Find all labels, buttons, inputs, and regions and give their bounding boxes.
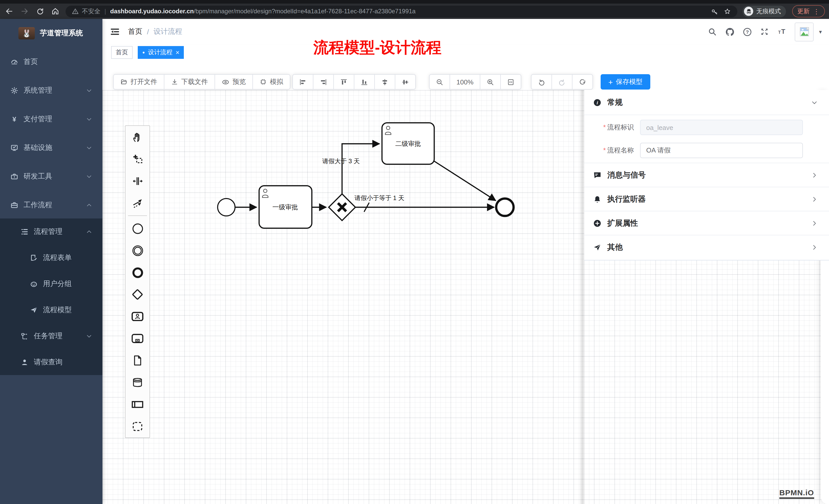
history-button-group [531,74,593,89]
app-logo-row[interactable]: 🐰 芋道管理系统 [0,19,102,48]
sidebar-item-devtools[interactable]: 研发工具 [0,162,102,191]
browser-home-icon[interactable] [49,5,62,17]
sequence-flow-gt3[interactable] [342,144,380,194]
button-label: 下载文件 [181,77,208,86]
sidebar-item-home[interactable]: 首页 [0,48,102,76]
create-data-store[interactable] [125,372,149,393]
sidebar-item-user-group[interactable]: 用户分组 [0,271,102,297]
create-user-task[interactable] [125,306,149,327]
security-label: 不安全 [82,7,100,15]
user-task-level2[interactable]: 二级审批 [382,123,434,164]
button-label: 保存模型 [616,77,643,86]
download-file-button[interactable]: 下载文件 [164,74,215,89]
end-event[interactable] [496,198,513,216]
sidebar-item-task-management[interactable]: 任务管理 [0,323,102,349]
sidebar-item-label: 任务管理 [34,331,63,341]
designer-workspace: 打开文件 下载文件 预览 模拟 [102,61,829,504]
browser-update-button[interactable]: 更新 ⋮ [792,5,825,17]
browser-chrome: 不安全 | dashboard.yudao.iocoder.cn/bpm/man… [0,0,829,19]
sequence-flow[interactable] [434,161,496,201]
undo-button[interactable] [531,74,552,89]
sidebar-toggle-icon[interactable] [110,27,120,37]
sidebar-item-system[interactable]: 系统管理 [0,76,102,105]
process-key-input[interactable] [640,120,803,135]
github-icon[interactable] [725,27,734,36]
section-other[interactable]: 其他 [584,235,829,260]
help-icon[interactable]: ? [743,27,752,36]
sidebar-item-process-form[interactable]: 流程表单 [0,244,102,271]
sidebar-item-workflow[interactable]: 工作流程 [0,191,102,220]
section-general[interactable]: i 常规 [584,90,829,115]
create-subprocess[interactable] [125,327,149,349]
button-label: 预览 [232,77,246,86]
chevron-right-icon [811,196,818,203]
create-data-object[interactable] [125,349,149,372]
process-name-input[interactable] [640,143,803,158]
key-icon[interactable] [711,7,718,15]
simulate-button[interactable]: 模拟 [252,74,290,89]
browser-reload-icon[interactable] [34,5,46,17]
zoom-out-button[interactable] [429,74,450,89]
create-gateway[interactable] [125,283,149,306]
lasso-tool[interactable] [125,148,149,170]
tab-home[interactable]: 首页 [111,46,133,59]
section-extended-attributes[interactable]: 扩展属性 [584,211,829,235]
person-icon [21,358,29,366]
zoom-reset-button[interactable] [500,74,521,89]
create-end-event[interactable] [125,262,149,283]
start-event[interactable] [218,198,235,216]
bookmark-star-icon[interactable] [723,7,731,15]
tab-design-process[interactable]: ● 设计流程 × [138,46,184,59]
sidebar-item-label: 首页 [24,57,38,67]
bpmn-io-logo[interactable]: BPMN.iO [779,488,814,499]
sidebar-item-process-management[interactable]: 流程管理 [0,219,102,244]
sidebar-item-leave-query[interactable]: 请假查询 [0,349,102,375]
font-size-icon[interactable]: TT [778,27,787,36]
hand-tool[interactable] [125,126,149,148]
avatar[interactable] [795,22,814,41]
fullscreen-icon[interactable] [760,27,769,36]
field-label: *流程标识 [584,123,640,132]
redo-button[interactable] [551,74,573,89]
preview-button[interactable]: 预览 [215,74,253,89]
flow-label-gt3: 请假大于 3 天 [322,158,360,164]
breadcrumb-home[interactable]: 首页 [128,27,142,36]
file-button-group: 打开文件 下载文件 预览 模拟 [113,74,290,89]
sidebar-item-infra[interactable]: 基础设施 [0,133,102,162]
align-right-button[interactable] [313,74,334,89]
align-center-horizontal-button[interactable] [374,74,395,89]
global-connect-tool[interactable] [125,192,149,214]
create-start-event[interactable] [125,218,149,239]
url-bar[interactable]: 不安全 | dashboard.yudao.iocoder.cn/bpm/man… [66,5,737,17]
exclusive-gateway[interactable] [329,194,355,221]
open-file-button[interactable]: 打开文件 [113,74,165,89]
incognito-label: 无痕模式 [756,7,781,15]
chevron-down-icon [86,173,92,180]
section-execution-listener[interactable]: 执行监听器 [584,187,829,211]
search-icon[interactable] [708,27,717,36]
folder-icon [120,78,128,85]
create-group[interactable] [125,416,149,437]
avatar-caret-icon[interactable]: ▾ [819,28,822,35]
sidebar-item-label: 流程表单 [43,253,72,262]
zoom-in-button[interactable] [480,74,501,89]
create-participant-pool[interactable] [125,393,149,416]
section-message-signal[interactable]: 消息与信号 [584,163,829,187]
sidebar: 🐰 芋道管理系统 首页 系统管理 ¥ 支付管理 基础设施 研发工具 [0,19,102,504]
create-intermediate-event[interactable] [125,239,149,262]
browser-back-icon[interactable] [3,5,15,17]
align-bottom-button[interactable] [354,74,375,89]
save-model-button[interactable]: + 保存模型 [601,74,650,89]
user-task-level1[interactable]: 一级审批 [259,186,312,228]
space-tool[interactable] [125,170,149,192]
sidebar-item-payment[interactable]: ¥ 支付管理 [0,105,102,133]
browser-menu-icon[interactable]: ⋮ [813,7,820,15]
chevron-down-icon [811,99,818,106]
align-top-button[interactable] [333,74,354,89]
close-icon[interactable]: × [176,49,179,56]
browser-forward-icon[interactable] [19,5,31,17]
align-left-button[interactable] [292,74,313,89]
align-center-vertical-button[interactable] [395,74,416,89]
restart-button[interactable] [572,74,593,89]
sidebar-item-process-model[interactable]: 流程模型 [0,297,102,323]
